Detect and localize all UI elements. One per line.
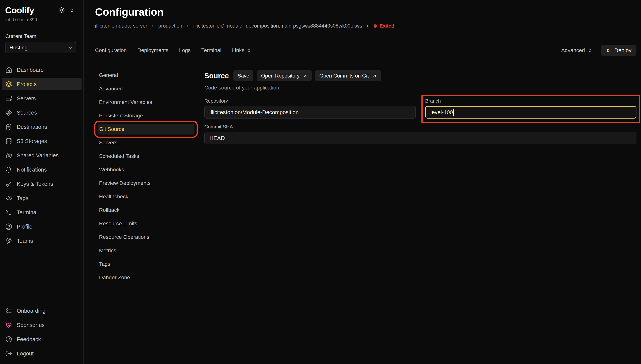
bell-icon bbox=[5, 166, 12, 173]
sidebar-item-feedback[interactable]: Feedback bbox=[2, 334, 82, 345]
config-menu-item-preview-deployments[interactable]: Preview Deployments bbox=[95, 178, 197, 188]
sidebar-bottom-nav: Onboarding Sponsor us Feedback Logout bbox=[0, 305, 83, 360]
branch-input[interactable]: level-100 bbox=[425, 106, 637, 118]
sidebar-item-notifications[interactable]: Notifications bbox=[2, 164, 82, 176]
breadcrumb-project[interactable]: illicitonion quote server bbox=[95, 23, 147, 29]
sidebar-item-dashboard[interactable]: Dashboard bbox=[2, 64, 82, 76]
tab-terminal[interactable]: Terminal bbox=[201, 47, 221, 54]
source-form: Repository illicitestonion/Module-Decomp… bbox=[204, 98, 636, 144]
team-select[interactable]: Hosting bbox=[5, 42, 77, 54]
breadcrumb-environment[interactable]: production bbox=[158, 23, 182, 29]
sidebar-item-logout[interactable]: Logout bbox=[2, 348, 82, 360]
sidebar-item-tags[interactable]: Tags bbox=[2, 192, 82, 204]
breadcrumb-application[interactable]: illicitestonion/-module--decomposition:m… bbox=[193, 23, 362, 29]
version-switcher-chevrons-icon[interactable] bbox=[69, 8, 75, 13]
commit-sha-label: Commit SHA bbox=[204, 124, 636, 130]
config-menu-item-healthcheck[interactable]: Healthcheck bbox=[95, 191, 197, 202]
sidebar-item-destinations[interactable]: Destinations bbox=[2, 121, 82, 133]
sidebar: Coolify v4.0.0-beta.399 Current Team Hos… bbox=[0, 0, 84, 364]
tab-logs[interactable]: Logs bbox=[179, 47, 191, 54]
source-subtitle: Code source of your application. bbox=[204, 85, 636, 91]
sidebar-item-profile[interactable]: Profile bbox=[2, 221, 82, 232]
config-menu-item-servers[interactable]: Servers bbox=[95, 137, 197, 148]
config-menu-item-general[interactable]: General bbox=[95, 70, 197, 80]
chevrons-up-down-icon bbox=[587, 48, 592, 53]
commit-sha-input[interactable]: HEAD bbox=[204, 132, 636, 144]
current-team-label: Current Team bbox=[0, 34, 83, 39]
home-icon bbox=[5, 66, 12, 73]
save-button[interactable]: Save bbox=[233, 70, 254, 81]
sidebar-item-servers[interactable]: Servers bbox=[2, 92, 82, 104]
app-logo[interactable]: Coolify bbox=[5, 5, 58, 16]
advanced-label: Advanced bbox=[561, 47, 585, 54]
config-menu-item-webhooks[interactable]: Webhooks bbox=[95, 164, 197, 175]
sidebar-item-onboarding[interactable]: Onboarding bbox=[2, 305, 82, 317]
commit-sha-field: Commit SHA HEAD bbox=[204, 124, 636, 144]
config-menu-item-advanced[interactable]: Advanced bbox=[95, 84, 197, 94]
config-menu-item-tags[interactable]: Tags bbox=[95, 259, 197, 270]
repository-input[interactable]: illicitestonion/Module-Decomposition bbox=[204, 106, 416, 118]
sidebar-item-label: Keys & Tokens bbox=[17, 181, 53, 187]
config-menu-item-environment-variables[interactable]: Environment Variables bbox=[95, 97, 197, 108]
sidebar-item-label: Profile bbox=[17, 224, 32, 230]
open-repository-button[interactable]: Open Repository bbox=[257, 70, 312, 81]
chevron-right-icon bbox=[186, 24, 190, 28]
git-source-panel: Source Save Open Repository Open Commits… bbox=[204, 70, 636, 144]
sidebar-header: Coolify bbox=[0, 5, 83, 16]
config-menu-item-scheduled-tasks[interactable]: Scheduled Tasks bbox=[95, 151, 197, 162]
tab-deployments[interactable]: Deployments bbox=[138, 47, 168, 54]
open-commits-label: Open Commits on Git bbox=[319, 73, 369, 79]
sidebar-spacer bbox=[0, 247, 83, 305]
sidebar-item-keys-tokens[interactable]: Keys & Tokens bbox=[2, 178, 82, 190]
external-link-icon bbox=[372, 74, 377, 78]
terminal-icon bbox=[5, 209, 12, 216]
config-menu-item-persistent-storage[interactable]: Persistent Storage bbox=[95, 110, 197, 121]
deploy-label: Deploy bbox=[614, 47, 631, 54]
advanced-dropdown[interactable]: Advanced bbox=[561, 47, 592, 54]
sidebar-item-label: Projects bbox=[17, 81, 37, 88]
config-menu-item-resource-operations[interactable]: Resource Operations bbox=[95, 232, 197, 242]
key-icon bbox=[5, 180, 12, 187]
page-title: Configuration bbox=[95, 6, 636, 18]
config-menu-item-danger-zone[interactable]: Danger Zone bbox=[95, 272, 197, 283]
status-badge: Exited bbox=[374, 23, 394, 29]
tab-links[interactable]: Links bbox=[232, 47, 252, 54]
config-menu-item-rollback[interactable]: Rollback bbox=[95, 205, 197, 216]
app-version: v4.0.0-beta.399 bbox=[0, 16, 83, 22]
branch-label: Branch bbox=[425, 98, 637, 104]
config-menu-item-git-source[interactable]: Git Source bbox=[98, 124, 195, 134]
heart-icon bbox=[5, 322, 12, 328]
sidebar-item-projects[interactable]: Projects bbox=[2, 78, 82, 90]
config-menu-item-metrics[interactable]: Metrics bbox=[95, 245, 197, 256]
source-section-title: Source bbox=[204, 72, 229, 80]
checklist-icon bbox=[5, 308, 12, 314]
layers-icon bbox=[5, 81, 12, 88]
tab-configuration[interactable]: Configuration bbox=[95, 47, 127, 54]
sidebar-item-sponsor-us[interactable]: Sponsor us bbox=[2, 319, 82, 331]
chevron-right-icon bbox=[365, 24, 370, 28]
theme-toggle-sun-icon[interactable] bbox=[58, 7, 65, 14]
commit-sha-value: HEAD bbox=[210, 135, 225, 141]
sidebar-item-s3-storages[interactable]: S3 Storages bbox=[2, 135, 82, 147]
sidebar-item-label: Shared Variables bbox=[17, 152, 59, 159]
chevron-down-icon bbox=[68, 45, 73, 50]
sidebar-item-label: Logout bbox=[17, 350, 34, 357]
server-icon bbox=[5, 95, 12, 102]
sidebar-item-label: Feedback bbox=[17, 336, 41, 342]
sidebar-item-terminal[interactable]: Terminal bbox=[2, 206, 82, 218]
sidebar-item-teams[interactable]: Teams bbox=[2, 235, 82, 247]
sidebar-item-label: S3 Storages bbox=[17, 138, 47, 144]
repository-value: illicitestonion/Module-Decomposition bbox=[210, 109, 299, 116]
sidebar-item-label: Onboarding bbox=[17, 308, 46, 314]
deploy-button[interactable]: Deploy bbox=[601, 45, 636, 56]
tags-icon bbox=[5, 195, 12, 202]
source-header: Source Save Open Repository Open Commits… bbox=[204, 70, 636, 81]
sidebar-item-label: Teams bbox=[17, 238, 33, 244]
sidebar-item-sources[interactable]: Sources bbox=[2, 107, 82, 118]
status-dot bbox=[374, 24, 377, 28]
status-label: Exited bbox=[379, 23, 394, 29]
sidebar-item-shared-variables[interactable]: (x) Shared Variables bbox=[2, 150, 82, 161]
tab-bar: Configuration Deployments Logs Terminal … bbox=[95, 45, 636, 60]
config-menu-item-resource-limits[interactable]: Resource Limits bbox=[95, 218, 197, 229]
open-commits-button[interactable]: Open Commits on Git bbox=[315, 70, 381, 81]
